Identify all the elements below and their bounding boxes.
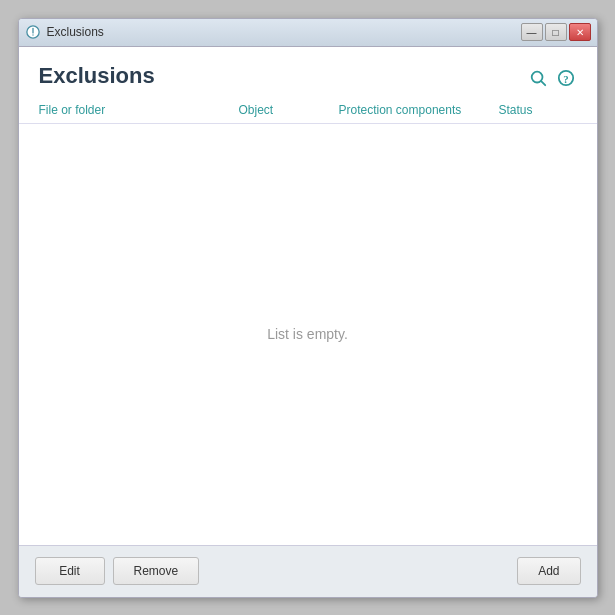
header-icons: ? <box>527 67 577 89</box>
edit-button[interactable]: Edit <box>35 557 105 585</box>
col-header-object: Object <box>239 103 339 117</box>
col-header-protection: Protection components <box>339 103 499 117</box>
table-header: File or folder Object Protection compone… <box>19 97 597 124</box>
svg-text:?: ? <box>563 72 568 84</box>
title-bar-text: Exclusions <box>47 25 521 39</box>
svg-line-3 <box>541 81 545 85</box>
main-window: Exclusions — □ ✕ Exclusions <box>18 18 598 598</box>
add-button[interactable]: Add <box>517 557 580 585</box>
search-icon[interactable] <box>527 67 549 89</box>
footer-left-buttons: Edit Remove <box>35 557 200 585</box>
minimize-button[interactable]: — <box>521 23 543 41</box>
page-title: Exclusions <box>39 63 155 89</box>
remove-button[interactable]: Remove <box>113 557 200 585</box>
title-bar: Exclusions — □ ✕ <box>19 19 597 47</box>
maximize-button[interactable]: □ <box>545 23 567 41</box>
table-body: List is empty. <box>19 124 597 545</box>
content-area: Exclusions ? File or folder <box>19 47 597 545</box>
col-header-status: Status <box>499 103 579 117</box>
svg-point-1 <box>32 34 33 35</box>
title-bar-buttons: — □ ✕ <box>521 23 591 41</box>
empty-message: List is empty. <box>267 326 348 342</box>
col-header-file: File or folder <box>39 103 239 117</box>
help-icon[interactable]: ? <box>555 67 577 89</box>
window-icon <box>25 24 41 40</box>
footer-right-buttons: Add <box>517 557 580 585</box>
header-section: Exclusions ? <box>19 47 597 97</box>
close-button[interactable]: ✕ <box>569 23 591 41</box>
footer: Edit Remove Add <box>19 545 597 597</box>
